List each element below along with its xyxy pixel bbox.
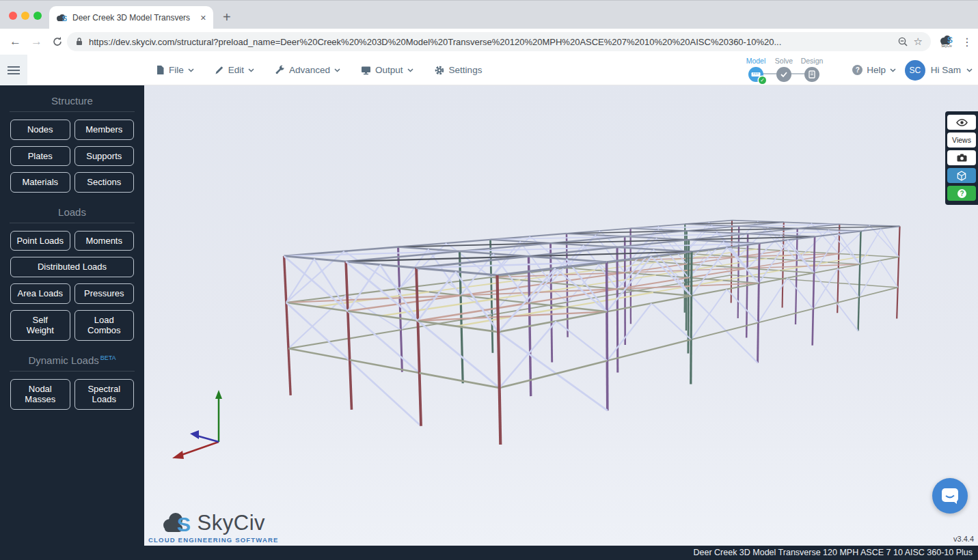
- main-menu: File Edit Advanced: [156, 55, 482, 85]
- canvas-help-button[interactable]: ?: [947, 186, 976, 201]
- menu-advanced-label: Advanced: [289, 65, 330, 75]
- supports-button[interactable]: Supports: [74, 146, 135, 167]
- dynamic-loads-buttons: Nodal Masses Spectral Loads: [0, 379, 144, 410]
- user-menu[interactable]: SC Hi Sam: [905, 55, 973, 85]
- help-menu[interactable]: ? Help: [852, 55, 896, 85]
- pressures-button[interactable]: Pressures: [74, 283, 135, 304]
- workflow-step-solve[interactable]: Solve: [770, 55, 798, 82]
- url-text[interactable]: https://dev.skyciv.com/structural?preloa…: [89, 37, 892, 47]
- zoom-out-icon[interactable]: [897, 36, 908, 47]
- axis-triad: [172, 390, 222, 459]
- svg-text:S: S: [62, 14, 67, 23]
- divider: [10, 111, 135, 112]
- menu-settings[interactable]: Settings: [434, 65, 483, 76]
- address-bar[interactable]: https://dev.skyciv.com/structural?preloa…: [67, 32, 931, 51]
- forward-icon[interactable]: →: [31, 35, 42, 48]
- hamburger-menu-icon[interactable]: [0, 55, 27, 85]
- chat-bubble-button[interactable]: [932, 478, 968, 514]
- menu-output-label: Output: [375, 65, 403, 75]
- svg-text:?: ?: [960, 190, 964, 197]
- help-label: Help: [867, 65, 886, 75]
- tab-strip: S Deer Creek 3D Model Transvers ✕ +: [0, 0, 978, 29]
- chevron-down-icon: [248, 68, 254, 72]
- new-tab-button[interactable]: +: [223, 7, 231, 27]
- nodes-button[interactable]: Nodes: [10, 120, 70, 140]
- divider: [10, 371, 135, 372]
- spectral-loads-button[interactable]: Spectral Loads: [74, 379, 135, 410]
- beta-badge: BETA: [100, 354, 116, 361]
- wrench-icon: [275, 65, 285, 75]
- views-button[interactable]: Views: [947, 132, 976, 148]
- menu-output[interactable]: Output: [361, 65, 413, 75]
- model-viewport[interactable]: [144, 85, 978, 546]
- tab-close-icon[interactable]: ✕: [200, 14, 206, 23]
- logo-subtitle: CLOUD ENGINEERING SOFTWARE: [148, 536, 279, 544]
- cube-icon: [957, 171, 966, 181]
- section-title-dynamic-loads: Dynamic LoadsBETA: [0, 354, 144, 366]
- project-name: Deer Creek 3D Model Transverse 120 MPH A…: [693, 548, 973, 557]
- skyciv-logo: S SkyCiv CLOUD ENGINEERING SOFTWARE: [148, 511, 279, 544]
- view-toolbar: Views ?: [945, 111, 978, 205]
- macos-zoom-button[interactable]: [33, 12, 42, 20]
- chevron-down-icon: [966, 68, 973, 72]
- menu-advanced[interactable]: Advanced: [275, 65, 340, 75]
- bookmark-star-icon[interactable]: ☆: [914, 36, 923, 48]
- sections-button[interactable]: Sections: [74, 172, 135, 193]
- section-title-structure: Structure: [0, 95, 144, 107]
- menu-settings-label: Settings: [449, 65, 483, 75]
- svg-text:S: S: [177, 513, 191, 535]
- load-combos-button[interactable]: Load Combos: [74, 310, 135, 341]
- skyciv-extension-icon[interactable]: S SkyCiv: [940, 36, 953, 48]
- workflow-design-label: Design: [798, 57, 826, 65]
- loads-buttons: Point Loads Moments Distributed Loads Ar…: [0, 231, 144, 341]
- chevron-down-icon: [407, 68, 413, 72]
- design-step-icon[interactable]: [804, 67, 819, 82]
- render-3d-button[interactable]: [947, 168, 976, 183]
- distributed-loads-button[interactable]: Distributed Loads: [10, 257, 134, 277]
- visibility-button[interactable]: [947, 115, 976, 130]
- avatar[interactable]: SC: [905, 60, 925, 81]
- eye-icon: [956, 119, 968, 126]
- ruler-icon: [751, 72, 761, 77]
- menu-file-label: File: [169, 65, 184, 75]
- question-icon: ?: [957, 188, 967, 199]
- back-icon[interactable]: ←: [10, 35, 21, 48]
- workflow-step-design[interactable]: Design: [798, 55, 826, 82]
- model-step-icon[interactable]: ✓: [748, 67, 763, 82]
- tab-title: Deer Creek 3D Model Transvers: [72, 13, 195, 23]
- document-icon: [809, 70, 815, 79]
- workflow-step-model[interactable]: Model ✓: [742, 55, 770, 82]
- chevron-down-icon: [334, 68, 340, 72]
- pencil-icon: [215, 65, 224, 75]
- point-loads-button[interactable]: Point Loads: [10, 231, 70, 251]
- self-weight-button[interactable]: Self Weight: [10, 310, 70, 341]
- screenshot-button[interactable]: [947, 150, 976, 165]
- status-bar: Deer Creek 3D Model Transverse 120 MPH A…: [0, 546, 978, 560]
- menu-edit[interactable]: Edit: [215, 65, 254, 75]
- extension-caption: SkyCiv: [941, 44, 952, 48]
- macos-close-button[interactable]: [9, 12, 17, 20]
- skyciv-cloud-icon: S: [162, 511, 196, 535]
- browser-tab[interactable]: S Deer Creek 3D Model Transvers ✕: [49, 6, 213, 29]
- logo-title: SkyCiv: [198, 511, 265, 535]
- file-icon: [156, 65, 165, 75]
- skyciv-favicon: S: [56, 14, 67, 22]
- chat-icon: [941, 488, 959, 504]
- moments-button[interactable]: Moments: [74, 231, 135, 251]
- chevron-down-icon: [890, 68, 896, 72]
- model-canvas[interactable]: Views ?: [144, 85, 978, 546]
- user-greeting: Hi Sam: [931, 65, 961, 75]
- solve-step-icon[interactable]: [776, 67, 791, 82]
- plates-button[interactable]: Plates: [10, 146, 70, 167]
- chrome-menu-icon[interactable]: ⋮: [962, 36, 973, 48]
- browser-window: S Deer Creek 3D Model Transvers ✕ + ← → …: [0, 0, 978, 560]
- area-loads-button[interactable]: Area Loads: [10, 283, 70, 304]
- nodal-masses-button[interactable]: Nodal Masses: [10, 379, 70, 410]
- macos-minimize-button[interactable]: [21, 12, 29, 20]
- menu-file[interactable]: File: [156, 65, 194, 75]
- sidebar: Structure Nodes Members Plates Supports …: [0, 85, 144, 546]
- version-label: v3.4.4: [953, 535, 974, 543]
- refresh-icon[interactable]: [52, 36, 63, 47]
- materials-button[interactable]: Materials: [10, 172, 70, 193]
- members-button[interactable]: Members: [74, 120, 135, 140]
